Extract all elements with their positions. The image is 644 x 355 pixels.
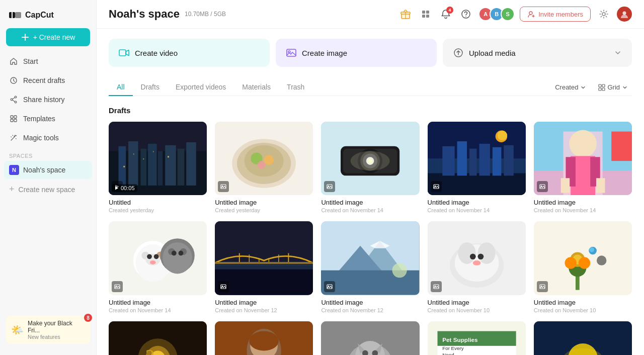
draft-thumbnail [321, 321, 419, 355]
sidebar-item-recent-drafts[interactable]: Recent drafts [4, 71, 92, 90]
draft-card[interactable]: Untitled image Created on November 12 [215, 221, 313, 313]
svg-rect-87 [611, 132, 632, 161]
draft-card[interactable]: Untitled image Created on November 14 [534, 122, 632, 213]
settings-button[interactable] [596, 6, 612, 22]
draft-thumbnail [534, 321, 632, 355]
tab-trash[interactable]: Trash [279, 79, 312, 96]
drafts-section-label: Drafts [109, 106, 632, 115]
topbar-left: Noah's space 10.70MB / 5GB [109, 8, 226, 21]
svg-point-104 [179, 251, 184, 256]
sidebar-item-create-space[interactable]: + Create new space [4, 180, 92, 199]
svg-point-19 [529, 12, 532, 15]
gift-icon [400, 9, 411, 19]
svg-point-98 [150, 260, 156, 264]
sidebar-item-magic-tools[interactable]: Magic tools [4, 129, 92, 147]
draft-date: Created on November 14 [534, 207, 632, 213]
svg-rect-41 [133, 153, 134, 154]
draft-card[interactable]: Untitled image Created on November 14 [428, 122, 526, 213]
svg-rect-116 [215, 262, 313, 264]
sidebar-item-templates[interactable]: Templates [4, 110, 92, 128]
draft-card[interactable]: Pet SuppliesFor EveryNeed Untitled image… [428, 321, 526, 355]
sort-button[interactable]: Created [551, 81, 590, 93]
help-button[interactable] [458, 7, 473, 22]
tabs: All Drafts Exported videos Materials Tra… [109, 79, 312, 96]
add-user-icon [527, 10, 535, 18]
svg-rect-108 [215, 265, 313, 295]
svg-rect-37 [165, 145, 176, 186]
create-image-button[interactable]: Create image [276, 39, 437, 67]
menu-button[interactable] [418, 7, 433, 22]
draft-thumbnail [534, 122, 632, 195]
svg-point-143 [579, 257, 590, 269]
main-area: Noah's space 10.70MB / 5GB [97, 0, 644, 355]
draft-card[interactable]: Untitled image Created on November 10 [428, 221, 526, 313]
sun-icon: 🌤️ [11, 324, 24, 336]
svg-point-124 [392, 263, 407, 278]
view-button[interactable]: Grid [594, 81, 632, 93]
draft-card[interactable]: Untitled image Created on November 9 [321, 321, 419, 355]
draft-date: Created yesterday [109, 207, 207, 213]
logo-text: CapCut [25, 11, 54, 20]
svg-rect-43 [153, 151, 154, 152]
grid-view-icon [598, 84, 605, 91]
black-friday-banner[interactable]: 🌤️ Make your Black Fri... New features 8 [6, 316, 90, 344]
user-avatar[interactable] [617, 7, 632, 22]
tab-drafts[interactable]: Drafts [133, 79, 168, 96]
draft-name: Untitled image [534, 199, 632, 206]
view-chevron-icon [622, 84, 628, 91]
tab-exported[interactable]: Exported videos [168, 79, 234, 96]
svg-rect-147 [540, 285, 545, 289]
draft-date: Created on November 10 [428, 307, 526, 313]
svg-point-50 [264, 155, 274, 165]
svg-point-145 [589, 247, 594, 252]
svg-rect-13 [422, 11, 425, 14]
action-buttons: Create video Create image [109, 39, 632, 67]
sidebar-item-noahs-space[interactable]: N Noah's space [4, 161, 92, 179]
help-icon [461, 9, 471, 19]
svg-rect-125 [327, 285, 332, 289]
upload-media-button[interactable]: Upload media [443, 39, 632, 67]
svg-text:For Every: For Every [442, 345, 463, 350]
svg-text:Need: Need [442, 352, 454, 355]
tab-materials[interactable]: Materials [234, 79, 279, 96]
svg-point-146 [597, 256, 607, 266]
svg-rect-39 [186, 142, 196, 186]
draft-name: Untitled image [109, 299, 207, 306]
svg-rect-40 [123, 166, 125, 167]
tabs-right: Created Grid [551, 81, 632, 93]
svg-rect-52 [221, 185, 226, 189]
image-icon [286, 47, 297, 58]
draft-card[interactable]: Untitled image Created on November 14 [109, 221, 207, 313]
tab-all[interactable]: All [109, 79, 133, 96]
logo: CapCut [0, 6, 96, 28]
draft-card[interactable]: Untitled image Created on November 14 [321, 122, 419, 213]
svg-rect-109 [215, 264, 313, 270]
gift-button[interactable] [398, 7, 413, 22]
draft-card[interactable]: Untitled image Created yesterday [215, 122, 313, 213]
svg-rect-70 [469, 149, 477, 176]
draft-type-icon [218, 281, 229, 292]
create-new-button[interactable]: + Create new [6, 28, 90, 46]
draft-card[interactable]: Untitled image Created on November 12 [321, 221, 419, 313]
sidebar-bottom: 🌤️ Make your Black Fri... New features 8 [0, 311, 96, 349]
draft-thumbnail [428, 221, 526, 295]
draft-card[interactable]: 00:05 Untitled Created yesterday [109, 122, 207, 213]
sidebar-item-share-history[interactable]: Share history [4, 91, 92, 109]
create-video-button[interactable]: Create video [109, 39, 270, 67]
notifications-button[interactable]: 4 [438, 7, 453, 22]
svg-rect-72 [492, 147, 501, 176]
draft-card[interactable]: Untitled image Created on November 9 [215, 321, 313, 355]
svg-rect-76 [434, 185, 439, 189]
draft-card[interactable]: ? Untitled image Created on November 9 [109, 321, 207, 355]
sidebar-item-start[interactable]: Start [4, 52, 92, 70]
draft-card[interactable]: Untitled image Created on November 8 [534, 321, 632, 355]
svg-point-134 [472, 260, 480, 265]
invite-members-button[interactable]: Invite members [520, 7, 591, 22]
draft-thumbnail [321, 221, 419, 295]
svg-rect-35 [148, 144, 157, 186]
plus-icon [21, 33, 29, 41]
draft-card[interactable]: Untitled image Created on November 10 [534, 221, 632, 313]
video-icon [119, 47, 130, 58]
draft-name: Untitled image [215, 199, 313, 206]
svg-rect-85 [560, 178, 570, 193]
